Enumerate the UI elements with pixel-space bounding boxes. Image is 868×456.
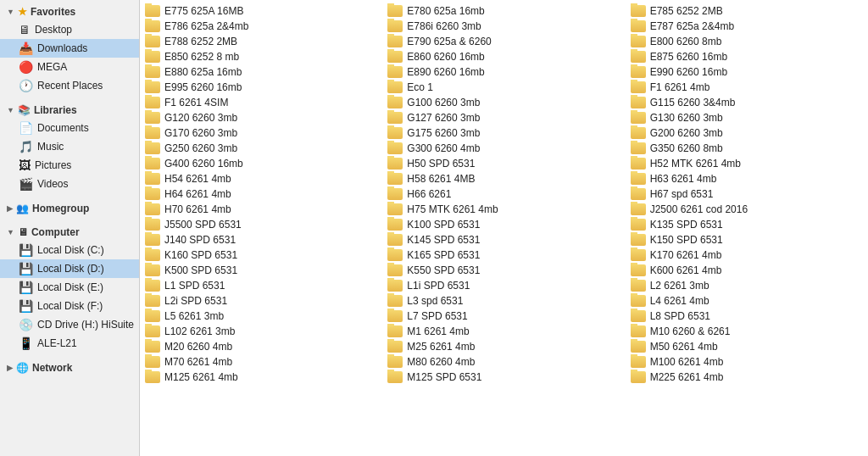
list-item[interactable]: Eco 1 [382,80,625,95]
sidebar-item-mega[interactable]: 🔴MEGA [0,58,139,76]
list-item[interactable]: M125 6261 4mb [140,370,382,385]
list-item[interactable]: E775 625A 16MB [140,3,382,19]
libraries-header[interactable]: ▼ 📚 Libraries [0,102,139,119]
list-item[interactable]: K160 SPD 6531 [140,247,382,263]
list-item[interactable]: K135 SPD 6531 [626,217,868,232]
network-icon: 🌐 [16,362,29,374]
list-item[interactable]: L4 6261 4mb [626,293,868,309]
list-item[interactable]: H67 spd 6531 [626,186,868,202]
list-item[interactable]: E785 6252 2MB [626,3,868,19]
list-item[interactable]: E850 6252 8 mb [140,49,382,64]
list-item[interactable]: E788 6252 2MB [140,34,382,49]
file-name: M100 6261 4mb [650,356,724,368]
list-item[interactable]: J2500 6261 cod 2016 [626,202,868,217]
computer-header[interactable]: ▼ 🖥 Computer [0,224,139,241]
list-item[interactable]: K500 SPD 6531 [140,263,382,278]
sidebar-item-local-disk--d--[interactable]: 💾Local Disk (D:) [0,259,139,278]
favorites-header[interactable]: ▼ ★ Favorites [0,3,139,20]
list-item[interactable]: E875 6260 16mb [626,49,868,64]
list-item[interactable]: J5500 SPD 6531 [140,217,382,232]
list-item[interactable]: L102 6261 3mb [140,324,382,339]
list-item[interactable]: G175 6260 3mb [382,125,625,141]
list-item[interactable]: F1 6261 4SIM [140,95,382,110]
list-item[interactable]: F1 6261 4mb [626,80,868,95]
sidebar-item-pictures[interactable]: 🖼Pictures [0,156,139,175]
sidebar-item-music[interactable]: 🎵Music [0,137,139,156]
list-item[interactable]: G115 6260 3&4mb [626,95,868,110]
list-item[interactable]: E786i 6260 3mb [382,19,625,34]
list-item[interactable]: E890 6260 16mb [382,64,625,80]
list-item[interactable]: E990 6260 16mb [626,64,868,80]
sidebar-item-cd-drive--h---hisuite[interactable]: 💿CD Drive (H:) HiSuite [0,315,139,334]
list-item[interactable]: G130 6260 3mb [626,110,868,125]
list-item[interactable]: K100 SPD 6531 [382,217,625,232]
file-list[interactable]: E775 625A 16MBE786 625a 2&4mbE788 6252 2… [140,0,868,456]
list-item[interactable]: K145 SPD 6531 [382,232,625,247]
list-item[interactable]: M10 6260 & 6261 [626,324,868,339]
list-item[interactable]: M70 6261 4mb [140,354,382,370]
list-item[interactable]: L2i SPD 6531 [140,293,382,309]
list-item[interactable]: K550 SPD 6531 [382,263,625,278]
list-item[interactable]: E880 625a 16mb [140,64,382,80]
list-item[interactable]: G127 6260 3mb [382,110,625,125]
list-item[interactable]: E800 6260 8mb [626,34,868,49]
homegroup-header[interactable]: ▶ 👥 Homegroup [0,200,139,217]
list-item[interactable]: E860 6260 16mb [382,49,625,64]
list-item[interactable]: M100 6261 4mb [626,354,868,370]
list-item[interactable]: H66 6261 [382,186,625,202]
list-item[interactable]: G300 6260 4mb [382,141,625,156]
list-item[interactable]: E995 6260 16mb [140,80,382,95]
list-item[interactable]: E780 625a 16mb [382,3,625,19]
list-item[interactable]: L5 6261 3mb [140,309,382,324]
sidebar-item-local-disk--c--[interactable]: 💾Local Disk (C:) [0,241,139,259]
list-item[interactable]: M50 6261 4mb [626,339,868,354]
list-item[interactable]: L8 SPD 6531 [626,309,868,324]
list-item[interactable]: L3 spd 6531 [382,293,625,309]
list-item[interactable]: G350 6260 8mb [626,141,868,156]
list-item[interactable]: H70 6261 4mb [140,202,382,217]
list-item[interactable]: H64 6261 4mb [140,186,382,202]
list-item[interactable]: M20 6260 4mb [140,339,382,354]
list-item[interactable]: E787 625a 2&4mb [626,19,868,34]
sidebar-item-recent-places[interactable]: 🕐Recent Places [0,76,139,95]
list-item[interactable]: M225 6261 4mb [626,370,868,385]
list-item[interactable]: M25 6261 4mb [382,339,625,354]
list-item[interactable]: M1 6261 4mb [382,324,625,339]
sidebar-item-local-disk--f--[interactable]: 💾Local Disk (F:) [0,297,139,315]
list-item[interactable]: L1 SPD 6531 [140,278,382,293]
list-item[interactable]: M80 6260 4mb [382,354,625,370]
list-item[interactable]: G120 6260 3mb [140,110,382,125]
list-item[interactable]: G100 6260 3mb [382,95,625,110]
sidebar-item-ale-l21[interactable]: 📱ALE-L21 [0,334,139,353]
list-item[interactable]: G170 6260 3mb [140,125,382,141]
list-item[interactable]: K165 SPD 6531 [382,247,625,263]
list-item[interactable]: E786 625a 2&4mb [140,19,382,34]
list-item[interactable]: K170 6261 4mb [626,247,868,263]
list-item[interactable]: J140 SPD 6531 [140,232,382,247]
list-item[interactable]: E790 625a & 6260 [382,34,625,49]
sidebar-item-downloads[interactable]: 📥Downloads [0,39,139,58]
libraries-items: 📄Documents🎵Music🖼Pictures🎬Videos [0,119,139,193]
folder-icon [631,127,646,139]
list-item[interactable]: H63 6261 4mb [626,171,868,186]
list-item[interactable]: K600 6261 4mb [626,263,868,278]
list-item[interactable]: L1i SPD 6531 [382,278,625,293]
list-item[interactable]: M125 SPD 6531 [382,370,625,385]
sidebar-item-videos[interactable]: 🎬Videos [0,175,139,193]
sidebar-item-documents[interactable]: 📄Documents [0,119,139,137]
list-item[interactable]: H58 6261 4MB [382,171,625,186]
list-item[interactable]: G400 6260 16mb [140,156,382,171]
list-item[interactable]: L2 6261 3mb [626,278,868,293]
list-item[interactable]: K150 SPD 6531 [626,232,868,247]
list-item[interactable]: G200 6260 3mb [626,125,868,141]
list-item[interactable]: L7 SPD 6531 [382,309,625,324]
list-item[interactable]: G250 6260 3mb [140,141,382,156]
network-header[interactable]: ▶ 🌐 Network [0,359,139,376]
list-item[interactable]: H54 6261 4mb [140,171,382,186]
sidebar-item-local-disk--e--[interactable]: 💾Local Disk (E:) [0,278,139,297]
sidebar-item-desktop[interactable]: 🖥Desktop [0,20,139,39]
list-item[interactable]: H75 MTK 6261 4mb [382,202,625,217]
list-item[interactable]: H52 MTK 6261 4mb [626,156,868,171]
file-name: E890 6260 16mb [407,66,484,78]
list-item[interactable]: H50 SPD 6531 [382,156,625,171]
